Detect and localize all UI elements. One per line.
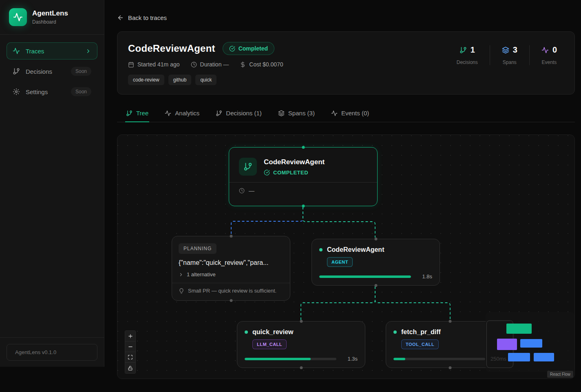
stat-label: Decisions <box>457 59 478 65</box>
edge-root-agent <box>303 207 375 238</box>
sidebar-item-label: Settings <box>26 88 48 95</box>
stat-events: 0 Events <box>529 45 569 65</box>
stat-spans: 3 Spans <box>490 45 529 65</box>
node-decision-planning[interactable]: PLANNING {"name":"quick_review","para...… <box>172 236 290 301</box>
flow-canvas[interactable]: CodeReviewAgent COMPLETED — <box>117 134 575 379</box>
sidebar: AgentLens Dashboard Traces Decisions Soo… <box>0 0 104 367</box>
alternatives-label: 1 alternative <box>187 271 216 277</box>
stat-value: 0 <box>552 45 557 55</box>
node-handle <box>302 205 305 207</box>
duration-bar-fill <box>319 275 411 278</box>
span-type-badge: LLM_CALL <box>252 339 287 349</box>
layers-icon <box>278 110 285 117</box>
soon-badge: Soon <box>71 87 91 96</box>
tab-decisions[interactable]: Decisions (1) <box>215 106 263 122</box>
git-branch-icon <box>13 68 20 75</box>
decision-value: {"name":"quick_review","para... <box>172 259 290 266</box>
check-circle-icon <box>229 46 235 52</box>
node-span-llm-call[interactable]: quick_review LLM_CALL 1.3s <box>237 321 365 368</box>
tab-events[interactable]: Events (0) <box>330 106 370 122</box>
decision-type-badge: PLANNING <box>179 243 216 254</box>
tab-analytics[interactable]: Analytics <box>164 106 200 122</box>
stat-value: 1 <box>471 45 475 55</box>
stat-label: Spans <box>503 59 517 65</box>
sidebar-item-decisions[interactable]: Decisions Soon <box>7 63 97 80</box>
tab-label: Analytics <box>175 110 199 117</box>
layers-icon <box>502 46 509 54</box>
activity-icon <box>165 110 171 117</box>
react-flow-attribution[interactable]: React Flow <box>547 371 573 378</box>
minimap-node-root <box>506 324 532 334</box>
trace-meta: Started 41m ago Duration — Cost $0.0070 <box>128 61 283 68</box>
dollar-icon <box>240 62 246 68</box>
tab-label: Spans (3) <box>288 110 315 117</box>
stat-value: 3 <box>513 45 517 55</box>
status-dot <box>393 330 397 334</box>
minimap-node-llm <box>508 353 530 361</box>
page-title: CodeReviewAgent <box>128 43 215 54</box>
tab-label: Decisions (1) <box>226 110 262 117</box>
app-logo-block: AgentLens Dashboard <box>0 0 104 35</box>
tab-label: Events (0) <box>341 110 369 117</box>
canvas-controls <box>125 330 136 374</box>
git-branch-icon <box>126 110 133 117</box>
trace-header-card: CodeReviewAgent Completed Started 41m ag… <box>117 31 575 95</box>
duration-bar-track <box>319 275 411 278</box>
check-circle-icon <box>264 170 270 176</box>
git-branch-icon <box>459 46 467 54</box>
node-root-trace[interactable]: CodeReviewAgent COMPLETED — <box>229 147 378 206</box>
node-handle <box>230 235 232 238</box>
minimap[interactable] <box>486 312 574 372</box>
duration-bar-fill <box>245 358 311 360</box>
app-name: AgentLens <box>32 9 68 18</box>
stat-decisions: 1 Decisions <box>445 45 490 65</box>
meta-duration-label: Duration — <box>200 61 229 68</box>
node-status: COMPLETED <box>273 170 308 176</box>
trace-stats: 1 Decisions 3 Spans <box>445 45 569 84</box>
status-label: Completed <box>239 45 268 52</box>
chevron-right-icon <box>179 272 183 277</box>
span-type-badge: AGENT <box>327 257 353 267</box>
edge-agent-llm <box>301 286 375 320</box>
node-title: fetch_pr_diff <box>401 328 441 336</box>
meta-started: Started 41m ago <box>128 61 180 68</box>
node-handle <box>448 320 451 323</box>
meta-duration: Duration — <box>191 61 229 68</box>
tag-chip: github <box>168 75 192 85</box>
back-to-traces-link[interactable]: Back to traces <box>117 14 167 21</box>
sidebar-item-label: Traces <box>26 48 44 55</box>
span-type-badge: TOOL_CALL <box>401 339 439 349</box>
lock-button[interactable] <box>125 363 135 373</box>
zoom-in-button[interactable] <box>125 331 135 341</box>
trace-info: CodeReviewAgent Completed Started 41m ag… <box>128 42 283 84</box>
activity-icon <box>541 46 549 54</box>
status-dot <box>245 330 248 334</box>
app-version: AgentLens v0.1.0 <box>7 344 97 361</box>
maximize-icon <box>128 355 133 360</box>
node-handle <box>448 366 451 369</box>
status-dot <box>319 248 323 251</box>
node-handle <box>300 366 303 369</box>
fit-view-button[interactable] <box>125 352 135 363</box>
node-handle <box>230 299 232 302</box>
zoom-out-button[interactable] <box>125 341 135 352</box>
clock-icon <box>239 188 245 194</box>
git-branch-icon <box>216 110 222 117</box>
activity-icon <box>331 110 338 117</box>
node-span-agent[interactable]: CodeReviewAgent AGENT 1.8s <box>311 239 440 286</box>
sidebar-item-settings[interactable]: Settings Soon <box>7 83 97 100</box>
status-badge: Completed <box>223 42 274 55</box>
tab-label: Tree <box>136 110 148 117</box>
alternatives-expander[interactable]: 1 alternative <box>172 271 290 277</box>
sidebar-item-traces[interactable]: Traces <box>7 42 97 59</box>
main-content: Back to traces CodeReviewAgent Completed <box>104 0 581 379</box>
tab-spans[interactable]: Spans (3) <box>277 106 316 122</box>
edge-agent-tool <box>375 286 450 320</box>
arrow-left-icon <box>117 14 124 21</box>
app-logo-icon <box>9 8 27 26</box>
tab-tree[interactable]: Tree <box>125 106 149 122</box>
minimap-node-decision <box>497 339 517 350</box>
calendar-icon <box>128 62 134 68</box>
span-duration: 1.8s <box>416 273 432 280</box>
decision-reason: Small PR — quick review is sufficient. <box>188 288 276 294</box>
